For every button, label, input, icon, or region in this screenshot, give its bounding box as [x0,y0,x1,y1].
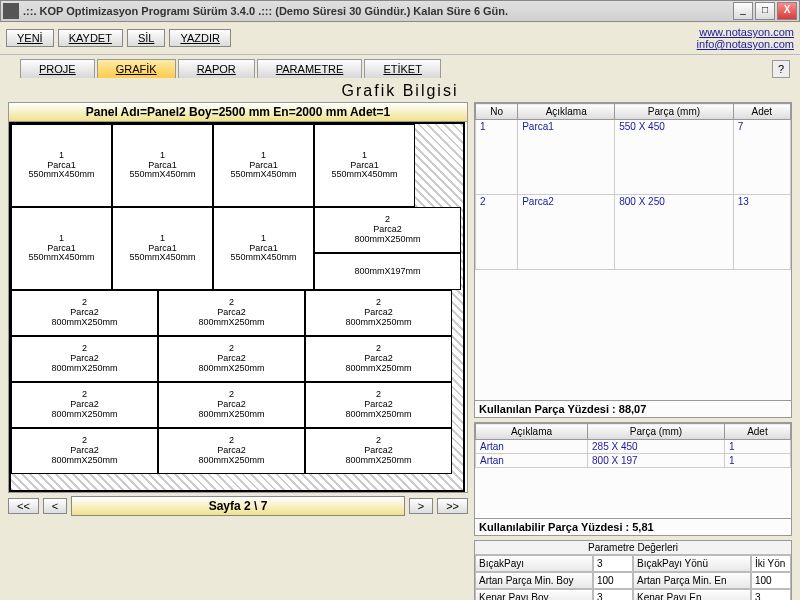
email-link[interactable]: info@notasyon.com [697,38,794,50]
param-value: İki Yön [751,555,791,572]
cut-piece: 2Parca2800mmX250mm [158,290,305,336]
cut-layout-area: 1Parca1550mmX450mm1Parca1550mmX450mm1Par… [9,122,465,492]
param-label: Artan Parça Min. Boy [475,572,593,589]
save-button[interactable]: KAYDET [58,29,123,47]
maximize-button[interactable]: □ [755,2,775,20]
help-button[interactable]: ? [772,60,790,78]
minimize-button[interactable]: _ [733,2,753,20]
col-qty[interactable]: Adet [724,424,790,440]
param-value: 100 [593,572,633,589]
cut-piece: 2Parca2800mmX250mm [314,207,461,253]
cut-piece: 1Parca1550mmX450mm [314,124,415,207]
cut-piece: 1Parca1550mmX450mm [112,207,213,290]
table-row[interactable]: 1Parca1550 X 4507 [476,120,791,195]
parts-table: No Açıklama Parça (mm) Adet 1Parca1550 X… [475,103,791,270]
param-value: 3 [593,589,633,600]
waste-panel: Açıklama Parça (mm) Adet Artan285 X 4501… [474,422,792,536]
param-value: 100 [751,572,791,589]
cut-piece: 1Parca1550mmX450mm [11,124,112,207]
params-panel: Parametre Değerleri BıçakPayı 3 BıçakPay… [474,540,792,600]
table-row[interactable]: Artan800 X 1971 [476,454,791,468]
delete-button[interactable]: SİL [127,29,166,47]
col-no[interactable]: No [476,104,518,120]
col-qty[interactable]: Adet [733,104,790,120]
tab-etiket[interactable]: ETİKET [364,59,441,78]
contact-block: www.notasyon.com info@notasyon.com [697,26,794,50]
table-row[interactable]: 2Parca2800 X 25013 [476,195,791,270]
param-value: 3 [751,589,791,600]
cut-piece: 2Parca2800mmX250mm [305,428,452,474]
pager-last[interactable]: >> [437,498,468,514]
cut-piece: 2Parca2800mmX250mm [305,336,452,382]
tab-grafik[interactable]: GRAFİK [97,59,176,78]
pager-label: Sayfa 2 \ 7 [71,496,404,516]
col-size[interactable]: Parça (mm) [588,424,725,440]
cut-piece: 2Parca2800mmX250mm [11,382,158,428]
cut-piece: 2Parca2800mmX250mm [11,290,158,336]
params-title: Parametre Değerleri [475,541,791,555]
cut-piece: 2Parca2800mmX250mm [158,336,305,382]
cut-piece: 2Parca2800mmX250mm [305,290,452,336]
table-row[interactable]: Artan285 X 4501 [476,440,791,454]
param-label: BıçakPayı [475,555,593,572]
cut-piece: 2Parca2800mmX250mm [11,428,158,474]
col-size[interactable]: Parça (mm) [615,104,734,120]
close-button[interactable]: X [777,2,797,20]
cut-panel: Panel Adı=Panel2 Boy=2500 mm En=2000 mm … [8,102,468,493]
cut-piece: 800mmX197mm [314,253,461,290]
print-button[interactable]: YAZDIR [169,29,231,47]
cut-piece: 1Parca1550mmX450mm [11,207,112,290]
pager-next[interactable]: > [409,498,433,514]
cut-piece: 1Parca1550mmX450mm [213,124,314,207]
tab-parametre[interactable]: PARAMETRE [257,59,363,78]
col-desc[interactable]: Açıklama [476,424,588,440]
param-label: Kenar Payı En [633,589,751,600]
menubar: YENİ KAYDET SİL YAZDIR www.notasyon.com … [0,22,800,55]
waste-table: Açıklama Parça (mm) Adet Artan285 X 4501… [475,423,791,468]
cut-piece: 2Parca2800mmX250mm [11,336,158,382]
cut-panel-header: Panel Adı=Panel2 Boy=2500 mm En=2000 mm … [9,103,467,122]
waste-footer: Kullanılabilir Parça Yüzdesi : 5,81 [475,518,791,535]
tab-rapor[interactable]: RAPOR [178,59,255,78]
pager-first[interactable]: << [8,498,39,514]
website-link[interactable]: www.notasyon.com [697,26,794,38]
param-label: Artan Parça Min. En [633,572,751,589]
tab-bar: PROJE GRAFİK RAPOR PARAMETRE ETİKET ? [0,55,800,78]
cut-piece: 2Parca2800mmX250mm [158,428,305,474]
page-title: Grafik Bilgisi [8,80,792,102]
app-icon [3,3,19,19]
param-label: Kenar Payı Boy [475,589,593,600]
parts-footer: Kullanılan Parça Yüzdesi : 88,07 [475,400,791,417]
cut-piece: 1Parca1550mmX450mm [213,207,314,290]
cut-piece: 2Parca2800mmX250mm [305,382,452,428]
pager: << < Sayfa 2 \ 7 > >> [8,496,468,516]
parts-panel: No Açıklama Parça (mm) Adet 1Parca1550 X… [474,102,792,418]
param-value: 3 [593,555,633,572]
tab-proje[interactable]: PROJE [20,59,95,78]
cut-piece: 1Parca1550mmX450mm [112,124,213,207]
col-desc[interactable]: Açıklama [518,104,615,120]
window-title: .::. KOP Optimizasyon Programı Sürüm 3.4… [23,5,733,17]
window-titlebar: .::. KOP Optimizasyon Programı Sürüm 3.4… [0,0,800,22]
new-button[interactable]: YENİ [6,29,54,47]
cut-piece: 2Parca2800mmX250mm [158,382,305,428]
pager-prev[interactable]: < [43,498,67,514]
param-label: BıçakPayı Yönü [633,555,751,572]
